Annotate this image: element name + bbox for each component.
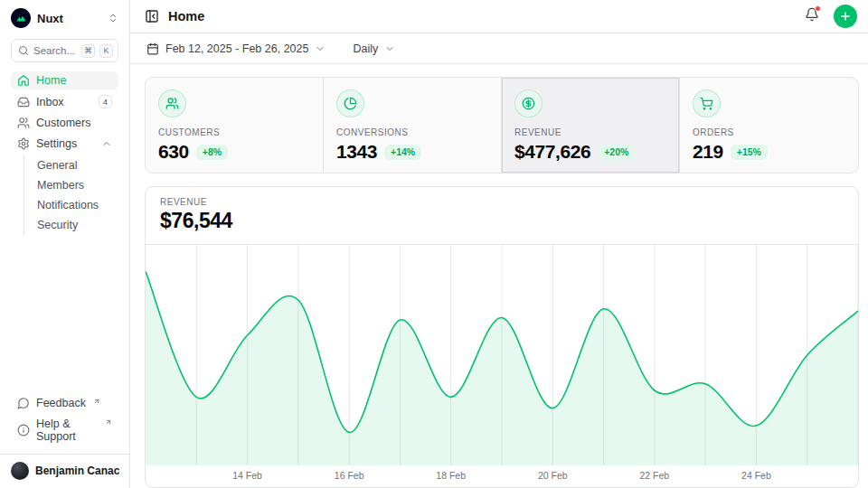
sidebar-item-general[interactable]: General bbox=[24, 155, 118, 175]
sidebar-item-home[interactable]: Home bbox=[11, 71, 118, 89]
x-axis-tick-label: 18 Feb bbox=[436, 470, 466, 481]
chart-plot-area[interactable] bbox=[146, 245, 858, 465]
info-circle-icon bbox=[17, 424, 30, 436]
sidebar-item-customers[interactable]: Customers bbox=[11, 114, 118, 132]
stat-card-revenue[interactable]: Revenue $477,626 +20% bbox=[502, 78, 680, 173]
users-icon bbox=[17, 117, 30, 129]
avatar bbox=[11, 462, 29, 480]
x-axis-tick-label: 22 Feb bbox=[639, 470, 669, 481]
stat-value: 630 bbox=[158, 141, 189, 163]
pie-chart-icon bbox=[336, 89, 364, 117]
user-name: Benjamin Canac bbox=[35, 465, 119, 477]
plus-icon bbox=[839, 10, 852, 23]
sidebar-item-security[interactable]: Security bbox=[24, 215, 118, 235]
workspace-switcher[interactable]: Nuxt bbox=[0, 0, 129, 35]
date-range-picker[interactable]: Feb 12, 2025 - Feb 26, 2025 bbox=[145, 39, 327, 59]
main-area: Home Feb 12, 2025 - Feb 26, 2025 Daily bbox=[130, 0, 868, 488]
notification-dot bbox=[815, 5, 821, 12]
notifications-button[interactable] bbox=[805, 7, 819, 25]
stat-delta-badge: +20% bbox=[598, 145, 635, 160]
stat-label: Conversions bbox=[336, 127, 488, 137]
revenue-chart-card: Revenue $76,544 14 Feb16 Feb18 Feb20 Feb… bbox=[145, 186, 859, 488]
stat-delta-badge: +14% bbox=[384, 145, 421, 160]
chevron-up-icon bbox=[101, 138, 112, 149]
add-button[interactable] bbox=[834, 5, 857, 28]
sidebar-item-inbox[interactable]: Inbox 4 bbox=[11, 92, 118, 111]
sidebar-item-label: Settings bbox=[36, 137, 77, 150]
chevrons-up-down-icon bbox=[108, 13, 118, 23]
stat-label: Orders bbox=[693, 127, 845, 137]
stat-value: 219 bbox=[693, 141, 723, 163]
period-label: Daily bbox=[353, 42, 378, 55]
x-axis-tick-label: 16 Feb bbox=[335, 470, 364, 481]
x-axis-tick-label: 14 Feb bbox=[232, 470, 262, 481]
revenue-area-chart bbox=[146, 245, 858, 465]
shopping-cart-icon bbox=[693, 89, 721, 117]
chart-metric-label: Revenue bbox=[160, 197, 844, 207]
sidebar-item-members[interactable]: Members bbox=[24, 175, 118, 195]
chart-header: Revenue $76,544 bbox=[146, 187, 858, 245]
sidebar-item-label: Customers bbox=[36, 117, 90, 129]
stat-delta-badge: +8% bbox=[196, 145, 228, 160]
x-axis-tick-label: 20 Feb bbox=[538, 470, 568, 481]
chart-metric-value: $76,544 bbox=[160, 209, 844, 233]
search-placeholder: Search... bbox=[33, 45, 77, 56]
footer-link-label: Feedback bbox=[36, 397, 86, 409]
filters-toolbar: Feb 12, 2025 - Feb 26, 2025 Daily bbox=[130, 33, 868, 64]
stats-row: Customers 630 +8% Conversions 1343 +14% bbox=[145, 77, 859, 174]
chevron-down-icon bbox=[315, 43, 326, 54]
sidebar-nav: Home Inbox 4 Customers Settings General … bbox=[0, 70, 129, 239]
stat-delta-badge: +15% bbox=[731, 145, 768, 160]
feedback-link[interactable]: Feedback bbox=[11, 394, 118, 412]
inbox-count-badge: 4 bbox=[99, 95, 112, 108]
workspace-name: Nuxt bbox=[37, 12, 63, 25]
arrow-up-right-icon bbox=[105, 418, 112, 426]
nuxt-logo-icon bbox=[11, 8, 31, 28]
panel-left-close-icon[interactable] bbox=[145, 9, 159, 23]
page-header: Home bbox=[130, 0, 868, 33]
sidebar-item-notifications[interactable]: Notifications bbox=[24, 195, 118, 215]
stat-value: 1343 bbox=[336, 141, 377, 163]
sidebar-item-label: Home bbox=[36, 74, 66, 87]
dashboard-content: Customers 630 +8% Conversions 1343 +14% bbox=[130, 64, 868, 488]
search-icon bbox=[18, 45, 29, 56]
page-title: Home bbox=[168, 9, 204, 23]
house-icon bbox=[17, 74, 30, 87]
settings-sub-list: General Members Notifications Security bbox=[24, 155, 118, 235]
stat-label: Customers bbox=[158, 127, 310, 137]
help-support-link[interactable]: Help & Support bbox=[11, 415, 118, 446]
users-icon bbox=[158, 89, 186, 117]
x-axis-tick-label: 24 Feb bbox=[741, 470, 771, 481]
date-range-label: Feb 12, 2025 - Feb 26, 2025 bbox=[165, 42, 308, 55]
stat-value: $477,626 bbox=[514, 141, 590, 163]
sidebar-footer-links: Feedback Help & Support bbox=[0, 390, 129, 454]
inbox-icon bbox=[17, 96, 30, 108]
kbd-k: K bbox=[99, 44, 113, 58]
chevron-down-icon bbox=[384, 43, 395, 54]
circle-dollar-icon bbox=[514, 89, 542, 117]
sidebar: Nuxt Search... ⌘ K Home Inbox 4 Customer… bbox=[0, 0, 130, 488]
message-circle-icon bbox=[17, 397, 30, 409]
sidebar-item-settings[interactable]: Settings bbox=[11, 135, 118, 153]
gear-icon bbox=[17, 137, 30, 150]
search-input[interactable]: Search... ⌘ K bbox=[11, 39, 118, 62]
arrow-up-right-icon bbox=[93, 398, 100, 405]
footer-link-label: Help & Support bbox=[36, 418, 98, 443]
app-root: Nuxt Search... ⌘ K Home Inbox 4 Customer… bbox=[0, 0, 868, 488]
chart-x-axis: 14 Feb16 Feb18 Feb20 Feb22 Feb24 Feb bbox=[146, 465, 858, 487]
stat-card-conversions[interactable]: Conversions 1343 +14% bbox=[324, 78, 502, 173]
stat-label: Revenue bbox=[514, 127, 666, 137]
sidebar-item-label: Inbox bbox=[36, 96, 64, 108]
stat-card-orders[interactable]: Orders 219 +15% bbox=[680, 78, 858, 173]
kbd-cmd: ⌘ bbox=[81, 44, 95, 58]
user-menu[interactable]: Benjamin Canac bbox=[0, 454, 129, 488]
period-select[interactable]: Daily bbox=[351, 39, 397, 59]
stat-card-customers[interactable]: Customers 630 +8% bbox=[146, 78, 324, 173]
calendar-icon bbox=[146, 42, 159, 55]
